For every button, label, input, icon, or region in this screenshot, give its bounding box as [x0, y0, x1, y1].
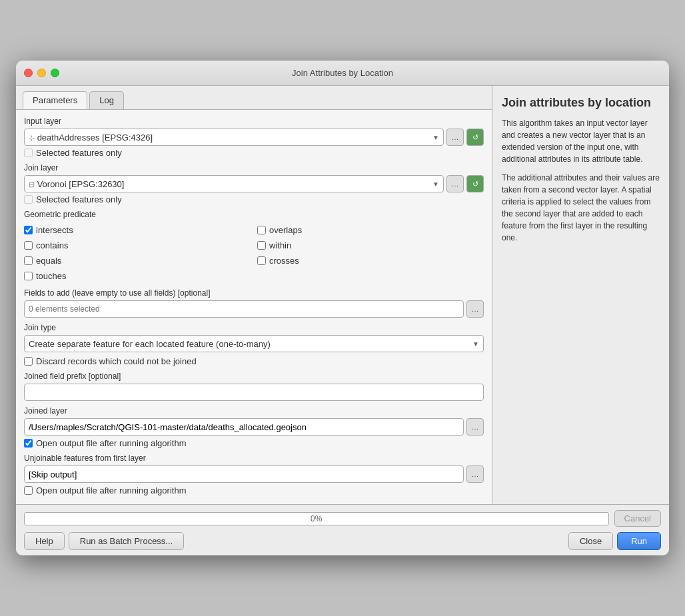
close-window-button[interactable]: [24, 69, 33, 77]
input-layer-label: Input layer: [24, 117, 484, 126]
main-content: Parameters Log Input layer ⊹ deathAddres…: [16, 86, 669, 504]
help-title: Join attributes by location: [502, 95, 660, 111]
input-layer-row: ⊹ deathAddresses [EPSG:4326] ▼ … ↺: [24, 129, 484, 146]
contains-checkbox[interactable]: [24, 241, 33, 250]
join-type-dropdown[interactable]: Create separate feature for each located…: [24, 335, 484, 352]
open-output-2-checkbox[interactable]: [24, 486, 33, 495]
crosses-label: crosses: [269, 256, 299, 266]
within-label: within: [269, 240, 291, 250]
join-selected-only-checkbox[interactable]: [24, 195, 33, 204]
input-layer-icon: ⊹: [29, 134, 35, 142]
left-panel: Parameters Log Input layer ⊹ deathAddres…: [16, 86, 492, 504]
input-layer-value: ⊹ deathAddresses [EPSG:4326]: [29, 133, 153, 143]
input-selected-only-checkbox[interactable]: [24, 149, 33, 157]
open-output-1-label: Open output file after running algorithm: [36, 438, 186, 448]
progress-row: 0% Cancel: [24, 510, 661, 527]
unjoinable-browse-button[interactable]: …: [466, 465, 484, 483]
prefix-label: Joined field prefix [optional]: [24, 372, 484, 381]
join-layer-refresh-button[interactable]: ↺: [466, 175, 484, 192]
join-layer-row: ⊟ Voronoi [EPSG:32630] ▼ … ↺: [24, 175, 484, 192]
right-panel: Join attributes by location This algorit…: [492, 86, 669, 504]
input-layer-browse-button[interactable]: …: [446, 129, 464, 146]
window-controls: [24, 69, 59, 77]
intersects-row: intersects: [24, 225, 251, 235]
discard-label: Discard records which could not be joine…: [36, 356, 197, 366]
input-layer-arrow: ▼: [432, 134, 439, 141]
intersects-checkbox[interactable]: [24, 226, 33, 234]
overlaps-row: overlaps: [257, 225, 484, 235]
join-layer-label: Join layer: [24, 163, 484, 172]
touches-row: touches: [24, 271, 251, 281]
progress-bar: 0%: [24, 512, 609, 525]
fields-browse-button[interactable]: …: [466, 300, 484, 318]
within-checkbox[interactable]: [257, 241, 266, 250]
contains-row: contains: [24, 240, 251, 250]
joined-layer-browse-button[interactable]: …: [466, 418, 484, 436]
left-buttons: Help Run as Batch Process...: [24, 532, 184, 550]
window-title: Join Attributes by Location: [292, 68, 393, 78]
discard-row: Discard records which could not be joine…: [24, 356, 484, 366]
input-layer-refresh-button[interactable]: ↺: [466, 129, 484, 146]
fields-label: Fields to add (leave empty to use all fi…: [24, 288, 484, 298]
open-output-1-checkbox[interactable]: [24, 439, 33, 448]
intersects-label: intersects: [36, 225, 73, 235]
join-layer-value: ⊟ Voronoi [EPSG:32630]: [29, 179, 124, 189]
geometric-predicate-section: intersects overlaps contains within: [24, 223, 484, 283]
maximize-window-button[interactable]: [51, 69, 59, 77]
join-selected-only-row: Selected features only: [24, 194, 484, 204]
tab-parameters[interactable]: Parameters: [23, 91, 87, 109]
progress-value: 0%: [311, 514, 322, 523]
batch-process-button[interactable]: Run as Batch Process...: [69, 532, 184, 550]
crosses-checkbox[interactable]: [257, 256, 266, 265]
overlaps-label: overlaps: [269, 225, 302, 235]
help-paragraph-1: This algorithm takes an input vector lay…: [502, 117, 660, 165]
join-type-value: Create separate feature for each located…: [29, 339, 271, 349]
input-layer-dropdown[interactable]: ⊹ deathAddresses [EPSG:4326] ▼: [24, 129, 444, 146]
join-layer-icon: ⊟: [29, 180, 35, 188]
equals-checkbox[interactable]: [24, 256, 33, 265]
discard-checkbox[interactable]: [24, 357, 33, 366]
join-layer-dropdown[interactable]: ⊟ Voronoi [EPSG:32630] ▼: [24, 175, 444, 192]
main-window: Join Attributes by Location Parameters L…: [16, 61, 669, 555]
open-output-1-row: Open output file after running algorithm: [24, 438, 484, 448]
fields-input[interactable]: [24, 300, 464, 318]
geometric-predicate-label: Geometric predicate: [24, 210, 484, 219]
right-buttons: Close Run: [568, 532, 661, 550]
open-output-2-label: Open output file after running algorithm: [36, 485, 186, 495]
touches-checkbox[interactable]: [24, 272, 33, 280]
crosses-row: crosses: [257, 256, 484, 266]
help-button[interactable]: Help: [24, 532, 65, 550]
touches-label: touches: [36, 271, 67, 281]
button-row: Help Run as Batch Process... Close Run: [24, 532, 661, 550]
parameters-panel: Input layer ⊹ deathAddresses [EPSG:4326]…: [16, 109, 492, 504]
join-layer-arrow: ▼: [432, 180, 439, 188]
tab-bar: Parameters Log: [16, 86, 492, 109]
unjoinable-row: …: [24, 465, 484, 483]
equals-label: equals: [36, 256, 61, 266]
joined-layer-label: Joined layer: [24, 406, 484, 416]
cancel-button[interactable]: Cancel: [614, 510, 661, 527]
join-type-label: Join type: [24, 323, 484, 332]
run-button[interactable]: Run: [617, 532, 661, 550]
predicate-grid: intersects overlaps contains within: [24, 223, 484, 283]
equals-row: equals: [24, 256, 251, 266]
input-selected-only-row: Selected features only: [24, 148, 484, 158]
prefix-input[interactable]: [24, 384, 484, 401]
unjoinable-input[interactable]: [24, 465, 464, 483]
open-output-2-row: Open output file after running algorithm: [24, 485, 484, 495]
join-layer-browse-button[interactable]: …: [446, 175, 464, 192]
join-selected-only-label: Selected features only: [36, 194, 122, 204]
overlaps-checkbox[interactable]: [257, 226, 266, 234]
within-row: within: [257, 240, 484, 250]
contains-label: contains: [36, 240, 68, 250]
unjoinable-label: Unjoinable features from first layer: [24, 454, 484, 463]
minimize-window-button[interactable]: [37, 69, 46, 77]
joined-layer-input[interactable]: [24, 418, 464, 436]
close-button[interactable]: Close: [568, 532, 613, 550]
titlebar: Join Attributes by Location: [16, 61, 669, 86]
input-selected-only-label: Selected features only: [36, 148, 122, 158]
tab-log[interactable]: Log: [89, 91, 124, 109]
joined-layer-row: …: [24, 418, 484, 436]
help-paragraph-2: The additional attributes and their valu…: [502, 172, 660, 244]
fields-row: …: [24, 300, 484, 318]
